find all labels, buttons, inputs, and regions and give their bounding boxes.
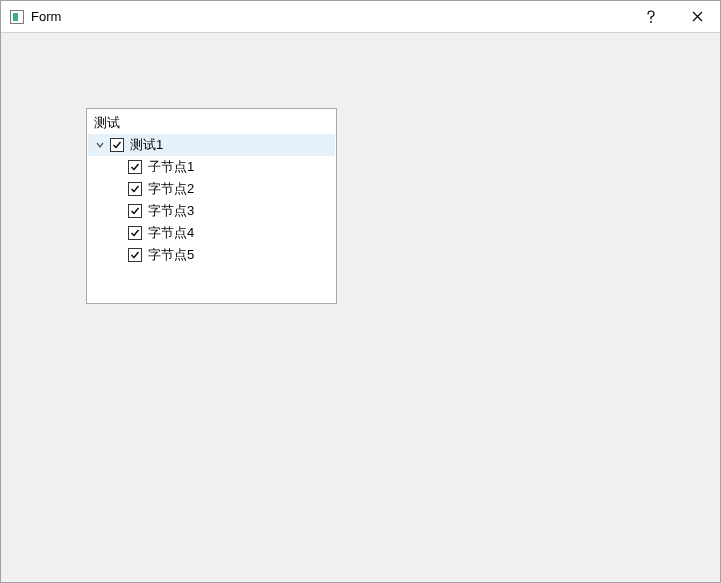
tree-item-label: 字节点3 bbox=[148, 202, 194, 220]
tree-item-root[interactable]: 测试1 bbox=[88, 134, 335, 156]
tree-item-label: 字节点2 bbox=[148, 180, 194, 198]
titlebar-buttons bbox=[628, 1, 720, 32]
window-frame: Form 测试 bbox=[0, 0, 721, 583]
tree-item-label: 字节点4 bbox=[148, 224, 194, 242]
tree-item-label: 子节点1 bbox=[148, 158, 194, 176]
tree-header: 测试 bbox=[88, 110, 335, 134]
client-area: 测试 测试1 bbox=[1, 33, 720, 582]
checkbox[interactable] bbox=[128, 248, 142, 262]
titlebar: Form bbox=[1, 1, 720, 33]
help-button[interactable] bbox=[628, 1, 674, 32]
checkbox[interactable] bbox=[110, 138, 124, 152]
window-title: Form bbox=[31, 9, 628, 24]
close-button[interactable] bbox=[674, 1, 720, 32]
tree-item-child[interactable]: 字节点3 bbox=[88, 200, 335, 222]
checkbox[interactable] bbox=[128, 182, 142, 196]
tree-item-label: 字节点5 bbox=[148, 246, 194, 264]
tree-body: 测试1 子节点1 bbox=[88, 134, 335, 266]
svg-rect-1 bbox=[13, 13, 18, 21]
checkbox[interactable] bbox=[128, 226, 142, 240]
svg-point-2 bbox=[650, 21, 652, 23]
checkbox[interactable] bbox=[128, 204, 142, 218]
tree-item-child[interactable]: 子节点1 bbox=[88, 156, 335, 178]
tree-widget[interactable]: 测试 测试1 bbox=[86, 108, 337, 304]
checkbox[interactable] bbox=[128, 160, 142, 174]
chevron-down-icon[interactable] bbox=[92, 137, 108, 153]
tree-item-label: 测试1 bbox=[130, 136, 163, 154]
tree-item-child[interactable]: 字节点4 bbox=[88, 222, 335, 244]
tree-item-child[interactable]: 字节点2 bbox=[88, 178, 335, 200]
tree-item-child[interactable]: 字节点5 bbox=[88, 244, 335, 266]
app-icon bbox=[9, 9, 25, 25]
